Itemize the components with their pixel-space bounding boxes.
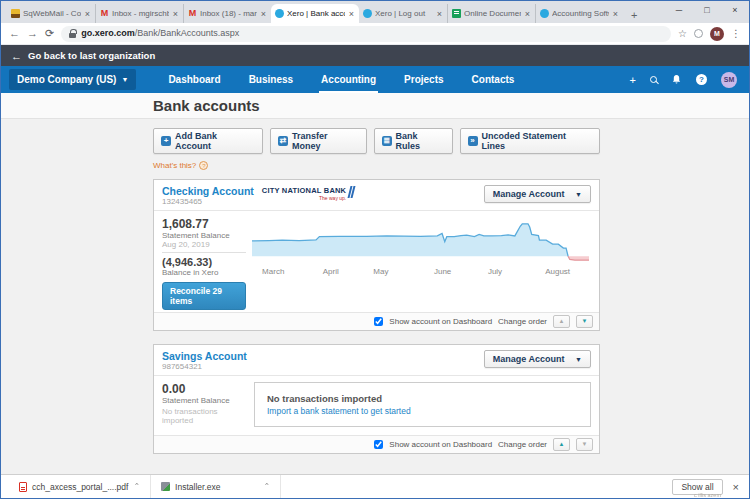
tab-inbox-2[interactable]: M Inbox (18) - marygirsch × [183,4,271,23]
tab-title: Xero | Log out [375,9,433,18]
download-item-exe[interactable]: Installer.exe ⌃ [151,475,281,498]
tab-close-icon[interactable]: × [348,9,355,19]
move-down-button[interactable]: ▼ [576,438,593,451]
add-bank-account-button[interactable]: + Add Bank Account [153,128,263,154]
back-button[interactable]: ← [9,28,20,39]
forward-button[interactable]: → [27,28,38,39]
tab-close-icon[interactable]: × [84,9,91,19]
action-buttons: + Add Bank Account ⇄ Transfer Money ≣ Ba… [153,128,600,154]
balance-chart-area: MarchAprilMay JuneJulyAugust [246,217,591,310]
statement-date: Aug 20, 2019 [162,240,246,249]
minimize-button[interactable]: ─ [665,1,693,19]
move-up-button[interactable]: ▲ [553,315,570,328]
manage-account-button[interactable]: Manage Account ▼ [484,185,591,203]
close-button[interactable]: × [721,1,749,19]
chevron-up-icon[interactable]: ⌃ [263,483,270,490]
nav-item-projects[interactable]: Projects [390,66,457,93]
nav-item-contacts[interactable]: Contacts [458,66,529,93]
tab-title: Accounting Software - [552,9,609,18]
tab-close-icon[interactable]: × [260,9,267,19]
add-icon[interactable]: + [630,74,636,86]
go-back-label: Go back to last organization [28,50,155,61]
statement-balance-value: 1,608.77 [162,217,246,231]
page-header: Bank accounts [1,93,749,119]
download-file-name: Installer.exe [175,482,220,492]
pdf-file-icon [19,482,27,492]
download-file-name: cch_axcess_portal_....pdf [32,482,128,492]
xero-icon [540,9,549,18]
notifications-bell-icon[interactable] [671,74,682,85]
bookmark-star-icon[interactable]: ☆ [678,28,687,39]
tab-xero-bank-accounts[interactable]: Xero | Bank accounts | D × [271,4,359,23]
chart-month-labels: MarchAprilMay JuneJulyAugust [252,267,589,278]
tab-title: SqWebMail - Copyright [23,9,81,18]
transfer-arrows-icon: ⇄ [278,136,288,146]
download-bar-close-icon[interactable]: × [733,481,739,493]
account-name-link[interactable]: Checking Account [162,185,254,197]
city-national-bank-logo: CITY NATIONAL BANK The way up. [262,186,354,201]
manage-account-button[interactable]: Manage Account ▼ [484,350,591,368]
search-icon[interactable] [650,76,657,83]
reconcile-button[interactable]: Reconcile 29 items [162,282,246,310]
whats-this-link[interactable]: What's this? ? [153,161,600,170]
download-bar: cch_axcess_portal_....pdf ⌃ Installer.ex… [1,474,749,498]
org-bar[interactable]: ← Go back to last organization [1,45,749,66]
address-bar[interactable]: go.xero.com/Bank/BankAccounts.aspx [61,26,671,42]
statement-balance-label: Statement Balance [162,396,246,405]
plus-icon: + [161,136,171,146]
tab-close-icon[interactable]: × [612,9,619,19]
move-down-button[interactable]: ▼ [576,315,593,328]
tab-title: Inbox (18) - marygirsch [200,9,257,18]
nav-item-business[interactable]: Business [235,66,307,93]
account-name-link[interactable]: Savings Account [162,350,247,362]
uncoded-statement-lines-button[interactable]: » Uncoded Statement Lines [460,128,600,154]
chevron-up-icon[interactable]: ⌃ [133,483,140,490]
xero-nav: Demo Company (US) ▼ Dashboard Business A… [1,66,749,93]
org-switcher[interactable]: Demo Company (US) ▼ [9,69,136,90]
tab-close-icon[interactable]: × [436,9,443,19]
tab-sqwebmail[interactable]: SqWebMail - Copyright × [7,4,95,23]
no-transactions-title: No transactions imported [267,393,578,404]
tab-online-docs[interactable]: Online Document Stora × [447,4,535,23]
browser-menu-icon[interactable]: ⋮ [731,28,741,39]
reload-button[interactable]: ⟳ [45,28,54,39]
chevron-down-icon: ▼ [575,356,582,363]
chevron-down-icon: ▼ [575,191,582,198]
xero-icon [275,9,284,18]
rules-list-icon: ≣ [382,136,392,146]
download-item-pdf[interactable]: cch_axcess_portal_....pdf ⌃ [9,475,151,498]
account-number: 132435465 [162,197,254,206]
tab-close-icon[interactable]: × [524,9,531,19]
lock-icon [69,33,76,38]
maximize-button[interactable]: □ [693,1,721,19]
nav-item-dashboard[interactable]: Dashboard [154,66,234,93]
xero-balance-value: (4,946.33) [162,256,246,268]
user-avatar[interactable]: SM [721,72,737,88]
change-order-label: Change order [498,440,547,449]
move-up-button[interactable]: ▲ [553,438,570,451]
chevron-down-icon: ▼ [121,76,128,83]
change-order-label: Change order [498,317,547,326]
import-statement-link[interactable]: Import a bank statement to get started [267,406,578,416]
new-tab-button[interactable]: + [623,9,645,23]
show-on-dashboard-checkbox[interactable] [374,440,383,449]
bank-rules-button[interactable]: ≣ Bank Rules [374,128,453,154]
browser-profile-avatar[interactable]: M [710,27,724,41]
transfer-money-button[interactable]: ⇄ Transfer Money [270,128,366,154]
extension-icon[interactable] [694,29,703,38]
tab-title: Inbox - mgirschbock@ [112,9,169,18]
help-icon[interactable]: ? [696,74,707,85]
browser-window: SqWebMail - Copyright × M Inbox - mgirsc… [0,0,750,499]
nav-item-accounting[interactable]: Accounting [307,66,390,93]
account-number: 987654321 [162,362,247,371]
import-statement-box: No transactions imported Import a bank s… [254,382,591,427]
show-on-dashboard-checkbox[interactable] [374,317,383,326]
nav-items: Dashboard Business Accounting Projects C… [154,66,528,93]
tab-inbox-1[interactable]: M Inbox - mgirschbock@ × [95,4,183,23]
tab-xero-logout[interactable]: Xero | Log out × [359,4,447,23]
balance-chart [252,217,589,267]
tab-accounting-software[interactable]: Accounting Software - × [535,4,623,23]
tab-close-icon[interactable]: × [172,9,179,19]
xero-balance-label: Balance in Xero [162,268,246,277]
page-title: Bank accounts [153,97,260,114]
